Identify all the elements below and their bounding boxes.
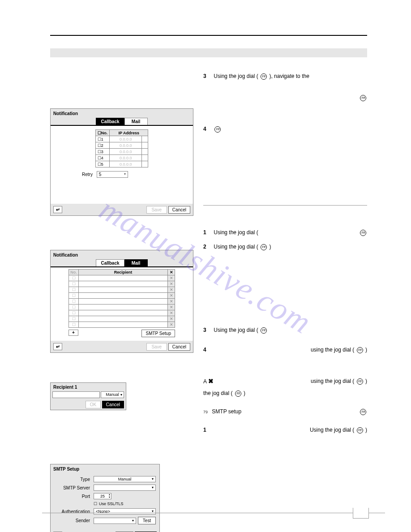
return-icon[interactable]: ↵ bbox=[53, 343, 62, 350]
recipient-type-select[interactable]: Manual bbox=[101, 391, 124, 398]
return-icon[interactable]: ↵ bbox=[53, 206, 62, 213]
type-label: Type bbox=[54, 477, 94, 482]
save-button[interactable]: Save bbox=[146, 343, 167, 351]
callback-table: ☐No. IP Address ☐10.0.0.0 ☐20.0.0.0 ☐30.… bbox=[95, 129, 149, 167]
panel-title: Notification bbox=[51, 250, 193, 259]
smtp-subheading: 79 SMTP setup bbox=[203, 408, 367, 415]
step-smtp-1: 1 Using the jog dial ( ) bbox=[203, 426, 367, 433]
page-tab bbox=[353, 508, 369, 519]
jog-dial-icon bbox=[214, 126, 221, 133]
panel-title: Notification bbox=[51, 109, 193, 118]
recipient-input[interactable] bbox=[52, 391, 100, 398]
tab-mail[interactable]: Mail bbox=[124, 259, 148, 266]
ssl-checkbox[interactable]: Use SSL/TLS bbox=[94, 502, 124, 506]
sender-label: Sender bbox=[54, 518, 94, 523]
step-mail-2: 2 Using the jog dial ( ) bbox=[203, 243, 367, 250]
left-column: Notification CallbackMail ☐No. IP Addres… bbox=[50, 73, 193, 532]
notification-mail-panel: Notification CallbackMail No. Recipient … bbox=[50, 250, 193, 353]
step-recipient-3: 3 Using the jog dial ( bbox=[203, 326, 367, 334]
dialog-title: Recipient 1 bbox=[51, 383, 126, 391]
smtp-setup-panel: SMTP Setup Type Manual SMTP Server Port … bbox=[50, 464, 160, 532]
step-recipient-4: 4 using the jog dial ( ) bbox=[203, 346, 367, 353]
sender-select[interactable] bbox=[94, 518, 136, 524]
right-column: 3 Using the jog dial ( ), navigate to th… bbox=[203, 73, 367, 532]
spinner-icon[interactable] bbox=[142, 136, 148, 142]
smtp-setup-button[interactable]: SMTP Setup bbox=[141, 330, 175, 337]
jog-dial-icon bbox=[235, 390, 241, 397]
jog-dial-icon bbox=[360, 230, 366, 236]
panel-tabs: CallbackMail bbox=[51, 118, 193, 126]
auth-select[interactable]: <None> bbox=[94, 508, 156, 515]
port-input[interactable]: 25 bbox=[94, 493, 111, 499]
step-callback-4: 4 bbox=[203, 125, 367, 133]
ok-button[interactable]: OK bbox=[86, 401, 101, 408]
server-select[interactable] bbox=[94, 485, 156, 491]
delete-icon[interactable]: ✕ bbox=[168, 275, 175, 281]
jog-dial-icon bbox=[261, 244, 267, 250]
type-select[interactable]: Manual bbox=[94, 476, 156, 482]
test-button[interactable]: Test bbox=[138, 517, 156, 524]
cancel-button[interactable]: Cancel bbox=[168, 343, 190, 351]
retry-select[interactable]: 5 bbox=[97, 171, 128, 178]
panel-title: SMTP Setup bbox=[51, 464, 159, 473]
jog-dial-icon bbox=[261, 73, 267, 80]
mail-table: No. Recipient ✕ ✕ ✕ ✕ ✕ ✕ ✕ ✕ ✕ ✕ bbox=[68, 269, 175, 328]
bottom-rule bbox=[42, 513, 385, 513]
step-3: 3 Using the jog dial ( ), navigate to th… bbox=[203, 73, 367, 80]
step-mail-1: 1 Using the jog dial ( bbox=[203, 229, 367, 236]
tab-callback[interactable]: Callback bbox=[96, 118, 124, 125]
add-button[interactable]: + bbox=[68, 330, 78, 336]
save-button[interactable]: Save bbox=[146, 206, 167, 214]
cancel-button[interactable]: Cancel bbox=[168, 206, 190, 214]
jog-dial-icon bbox=[261, 327, 267, 334]
port-label: Port bbox=[54, 494, 94, 499]
tab-mail[interactable]: Mail bbox=[124, 118, 148, 125]
tab-callback[interactable]: Callback bbox=[96, 259, 124, 266]
jog-dial-icon bbox=[357, 427, 363, 433]
col-no-checkbox[interactable]: ☐ bbox=[98, 131, 101, 135]
recipient-dialog: Recipient 1 Manual OK Cancel bbox=[50, 382, 126, 410]
jog-dial-icon bbox=[357, 347, 363, 353]
server-label: SMTP Server bbox=[54, 485, 94, 490]
cancel-button[interactable]: Cancel bbox=[102, 401, 124, 408]
close-icon: ✖ bbox=[208, 378, 214, 385]
step-recipient-5a: A ✖ using the jog dial ( ) bbox=[203, 378, 367, 385]
jog-dial-icon bbox=[360, 95, 366, 101]
step-4 bbox=[203, 94, 367, 101]
top-rule bbox=[50, 35, 367, 36]
section-header-bar bbox=[50, 48, 367, 57]
retry-label: Retry bbox=[82, 172, 93, 177]
section-divider bbox=[203, 205, 367, 206]
jog-dial-icon bbox=[360, 409, 366, 415]
notification-callback-panel: Notification CallbackMail ☐No. IP Addres… bbox=[50, 108, 193, 216]
step-recipient-5b: the jog dial ( ) bbox=[203, 390, 367, 397]
jog-dial-icon bbox=[357, 378, 363, 385]
